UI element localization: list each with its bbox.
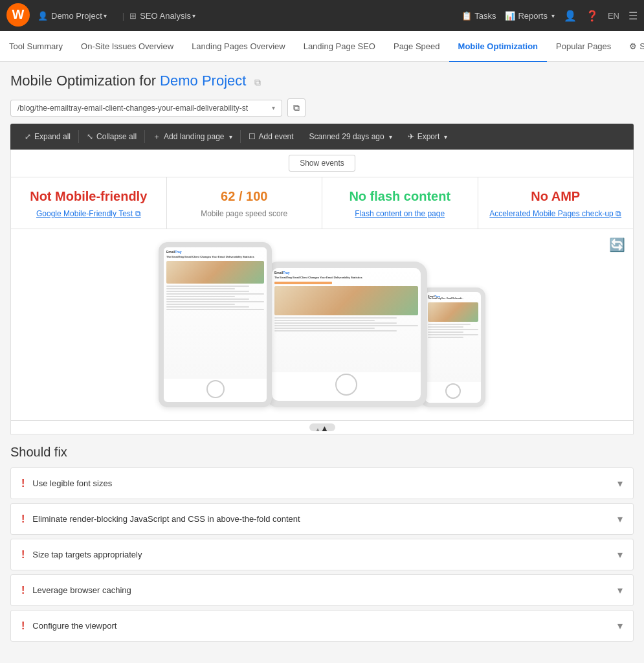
nav-project-label: Demo Project — [51, 11, 102, 21]
tab-on-site-issues[interactable]: On-Site Issues Overview — [72, 31, 183, 62]
url-bar: /blog/the-emailtray-email-client-changes… — [10, 98, 634, 117]
show-events-bar: Show events — [10, 150, 634, 177]
tablet-text-1 — [166, 286, 249, 287]
nav-tool-label: SEO Analysis — [140, 11, 191, 21]
tasks-icon: 📋 — [461, 11, 472, 21]
fix-exclaim-icon-2: ! — [21, 513, 25, 525]
expand-all-button[interactable]: ⤢ Expand all — [17, 124, 78, 150]
large-phone-text-6 — [274, 330, 397, 332]
tablet-screen-mockup: EmailTray The EmailTray Email Client Cha… — [164, 247, 267, 379]
fix-label-tap-targets: Size tap targets appropriately — [32, 550, 617, 559]
url-selector[interactable]: /blog/the-emailtray-email-client-changes… — [10, 100, 282, 117]
small-phone-text-6 — [428, 337, 463, 338]
fix-label-viewport: Configure the viewport — [32, 621, 617, 631]
fix-expand-icon: ▾ — [617, 477, 623, 489]
project-name-link[interactable]: Demo Project — [160, 73, 246, 89]
fix-expand-icon-4: ▾ — [617, 584, 623, 596]
export-caret: ▾ — [444, 133, 447, 140]
tablet-image — [166, 261, 264, 284]
scroll-up-button[interactable]: ▲ — [309, 423, 335, 431]
metric-amp-subtitle: Accelerated Mobile Pages check-up ⧉ — [489, 209, 623, 218]
nav-project-caret: ▾ — [104, 12, 107, 19]
large-phone-text-1 — [274, 317, 397, 319]
tab-landing-page-seo[interactable]: Landing Page SEO — [294, 31, 384, 62]
nav-project[interactable]: 👤 Demo Project ▾ — [38, 11, 107, 21]
metric-flash: No flash content Flash content on the pa… — [322, 177, 478, 229]
tablet-text-3 — [166, 291, 249, 292]
reports-icon: 📊 — [505, 11, 515, 21]
language-button[interactable]: EN — [608, 11, 619, 21]
tab-tool-summary[interactable]: Tool Summary — [0, 31, 72, 62]
fix-exclaim-icon-3: ! — [21, 549, 25, 561]
export-button[interactable]: ✈ Export ▾ — [400, 124, 456, 150]
devices-container: EmailTray The EmailTray Email Client Cha… — [24, 242, 620, 407]
tab-landing-pages[interactable]: Landing Pages Overview — [183, 31, 294, 62]
url-text: /blog/the-emailtray-email-client-changes… — [17, 104, 248, 113]
menu-button[interactable]: ☰ — [628, 10, 638, 22]
url-dropdown-caret: ▾ — [272, 104, 275, 111]
add-event-icon: ☐ — [249, 132, 256, 141]
fix-expand-icon-5: ▾ — [617, 620, 623, 632]
nav-tool-caret: ▾ — [192, 12, 195, 19]
seo-icon: ⊞ — [129, 11, 137, 21]
reports-caret: ▾ — [551, 12, 555, 19]
mobile-friendly-link[interactable]: Google Mobile-Friendly Test ⧉ — [36, 209, 141, 218]
reports-button[interactable]: 📊 Reports ▾ — [505, 11, 555, 21]
fix-expand-icon-3: ▾ — [617, 548, 623, 561]
tasks-label: Tasks — [474, 11, 496, 21]
scanned-button[interactable]: Scanned 29 days ago ▾ — [302, 124, 400, 150]
small-phone-device: EmailTray The EmailTray Em... Email Deli… — [421, 287, 485, 407]
tab-popular-pages[interactable]: Popular Pages — [547, 31, 620, 62]
small-phone-text-4 — [428, 332, 463, 333]
page-content: Mobile Optimization for Demo Project ⧉ /… — [0, 62, 644, 642]
metric-amp: No AMP Accelerated Mobile Pages check-up… — [478, 177, 634, 229]
tab-settings[interactable]: ⚙ Settings — [620, 31, 644, 62]
tablet-text-6 — [166, 298, 249, 300]
help-button[interactable]: ❓ — [586, 10, 599, 22]
refresh-button[interactable]: 🔄 — [609, 237, 625, 253]
should-fix-title: Should fix — [10, 445, 634, 460]
reports-label: Reports — [518, 11, 548, 21]
amp-link[interactable]: Accelerated Mobile Pages check-up ⧉ — [489, 209, 621, 218]
tablet-title: The EmailTray Email Client Changes Your … — [166, 256, 264, 259]
metric-speed-title: 62 / 100 — [177, 189, 312, 204]
fix-item-browser-caching[interactable]: ! Leverage browser caching ▾ — [10, 574, 634, 606]
expand-icon: ⤢ — [25, 132, 31, 141]
small-phone-text-3 — [428, 329, 478, 330]
metric-mobile-friendly-title: Not Mobile-friendly — [21, 189, 156, 204]
small-phone-title: The EmailTray Em... Email Deliverabi... — [428, 298, 478, 300]
external-link-icon[interactable]: ⧉ — [254, 77, 261, 87]
fix-item-tap-targets[interactable]: ! Size tap targets appropriately ▾ — [10, 539, 634, 570]
fix-exclaim-icon-4: ! — [21, 585, 25, 596]
tablet-logo: EmailTray — [166, 250, 182, 254]
tab-page-speed[interactable]: Page Speed — [384, 31, 449, 62]
tablet-text-4 — [166, 293, 264, 295]
tasks-button[interactable]: 📋 Tasks — [461, 11, 496, 21]
tablet-text-9 — [166, 306, 249, 308]
small-phone-image — [428, 302, 478, 322]
tablet-device: EmailTray The EmailTray Email Client Cha… — [159, 242, 272, 407]
fix-item-viewport[interactable]: ! Configure the viewport ▾ — [10, 610, 634, 642]
tab-mobile-optimization[interactable]: Mobile Optimization — [449, 31, 548, 62]
top-nav: W 👤 Demo Project ▾ | ⊞ SEO Analysis ▾ 📋 … — [0, 0, 644, 31]
collapse-all-button[interactable]: ⤡ Collapse all — [79, 124, 144, 150]
user-profile-button[interactable]: 👤 — [564, 10, 577, 22]
user-icon: 👤 — [38, 11, 48, 21]
fix-item-render-blocking[interactable]: ! Eliminate render-blocking JavaScript a… — [10, 503, 634, 535]
toolbar: ⤢ Expand all ⤡ Collapse all ＋ Add landin… — [10, 124, 634, 150]
flash-link[interactable]: Flash content on the page — [355, 209, 445, 218]
metric-speed-score: 62 / 100 Mobile page speed score — [167, 177, 323, 229]
fix-item-legible-fonts[interactable]: ! Use legible font sizes ▾ — [10, 467, 634, 499]
show-events-button[interactable]: Show events — [289, 155, 355, 172]
nav-tool[interactable]: ⊞ SEO Analysis ▾ — [129, 11, 195, 21]
tablet-text-5 — [166, 296, 235, 297]
fix-label-legible-fonts: Use legible font sizes — [32, 478, 617, 488]
url-copy-button[interactable]: ⧉ — [287, 98, 305, 117]
add-landing-page-button[interactable]: ＋ Add landing page ▾ — [145, 124, 239, 150]
add-event-button[interactable]: ☐ Add event — [241, 124, 302, 150]
fix-label-render-blocking: Eliminate render-blocking JavaScript and… — [32, 514, 617, 524]
svg-text:W: W — [12, 7, 25, 21]
large-phone-image — [274, 286, 418, 315]
metric-flash-title: No flash content — [333, 189, 467, 204]
page-title: Mobile Optimization for Demo Project ⧉ — [10, 73, 634, 89]
